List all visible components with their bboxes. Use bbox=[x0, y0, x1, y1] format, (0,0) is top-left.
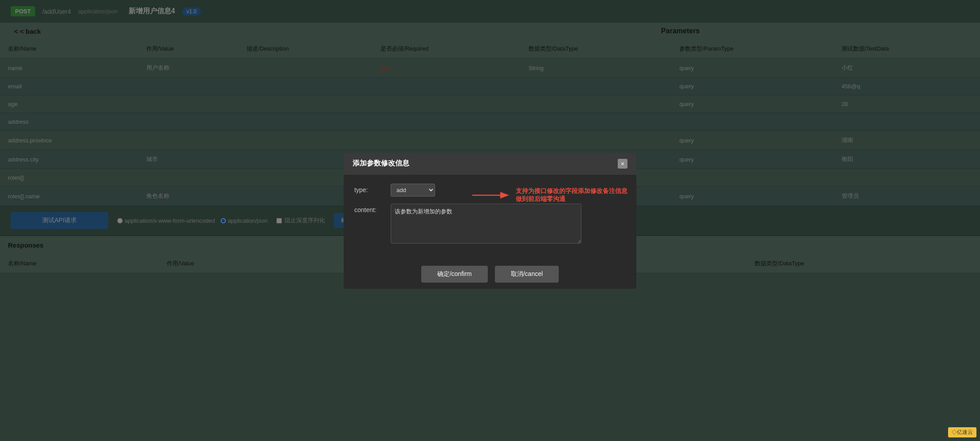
modal-body: type: add modify delete content: 该参数为新增加… bbox=[344, 175, 636, 260]
modal-confirm-button[interactable]: 确定/confirm bbox=[421, 266, 488, 274]
modal-footer: 确定/confirm 取消/cancel bbox=[344, 260, 636, 274]
modal-type-field: type: add modify delete bbox=[354, 184, 626, 197]
modal-content-label: content: bbox=[354, 204, 385, 213]
modal-cancel-button[interactable]: 取消/cancel bbox=[495, 266, 559, 274]
modal-header: 添加参数修改信息 × bbox=[344, 153, 636, 175]
modal-overlay: 添加参数修改信息 × type: add modify delete conte… bbox=[0, 0, 980, 273]
modal-close-button[interactable]: × bbox=[618, 159, 627, 169]
modal-content-field: content: 该参数为新增加的参数 bbox=[354, 204, 626, 244]
modal-type-select[interactable]: add modify delete bbox=[391, 184, 435, 197]
modal-content-textarea[interactable]: 该参数为新增加的参数 bbox=[391, 204, 581, 244]
modal-type-label: type: bbox=[354, 184, 385, 193]
modal-title: 添加参数修改信息 bbox=[353, 159, 409, 168]
modal-dialog: 添加参数修改信息 × type: add modify delete conte… bbox=[344, 153, 636, 274]
